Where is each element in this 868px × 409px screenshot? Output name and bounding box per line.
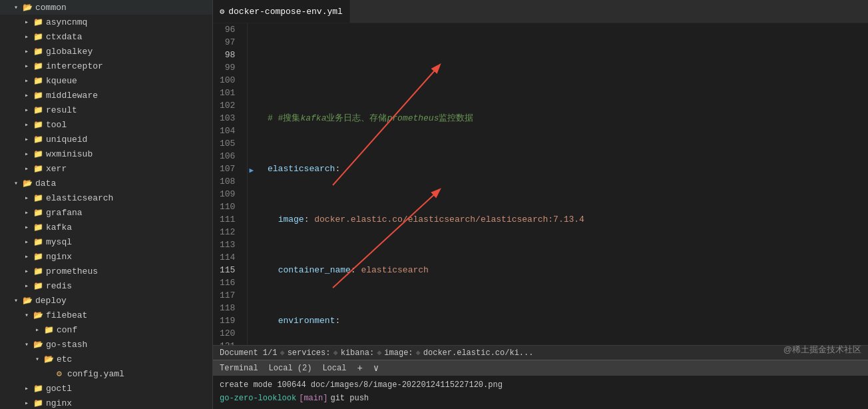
ln-109: 109 bbox=[220, 188, 240, 201]
ln-96: 96 bbox=[220, 23, 240, 36]
chevron-ctxdata bbox=[21, 33, 32, 41]
tab-file-icon: ⚙ bbox=[220, 7, 224, 17]
sidebar-item-asyncnmq[interactable]: asyncnmq bbox=[0, 15, 212, 29]
sidebar-item-label: go-stash bbox=[46, 340, 87, 350]
sidebar-item-label: asyncnmq bbox=[46, 17, 87, 27]
chevron-asyncnmq bbox=[21, 18, 32, 26]
sidebar-item-label: nginx bbox=[46, 252, 72, 262]
tab-docker-compose-env[interactable]: ⚙ docker-compose-env.yml bbox=[213, 0, 350, 23]
sidebar-item-kqueue[interactable]: kqueue bbox=[0, 73, 212, 88]
sidebar-item-deploy[interactable]: deploy bbox=[0, 293, 212, 308]
ln-99: 99 bbox=[220, 61, 240, 74]
ln-113: 113 bbox=[220, 238, 240, 251]
sidebar-item-uniqueid[interactable]: uniqueid bbox=[0, 132, 212, 147]
ln-98: 98 bbox=[220, 49, 240, 61]
terminal-line-2: go-zero-looklook [main] git push bbox=[220, 392, 861, 405]
folder-icon-wxminisub bbox=[32, 149, 44, 159]
code-line-98: ▶ elasticsearch: bbox=[257, 163, 868, 175]
sidebar-item-result[interactable]: result bbox=[0, 103, 212, 117]
sidebar-item-kafka[interactable]: kafka bbox=[0, 220, 212, 234]
sidebar-item-globalkey[interactable]: globalkey bbox=[0, 44, 212, 59]
sidebar: common asyncnmq ctxdata globalkey interc… bbox=[0, 0, 213, 409]
terminal-label: Terminal bbox=[220, 364, 258, 373]
code-line-97: # #搜集kafka业务日志、存储prometheus监控数据 bbox=[257, 112, 868, 125]
terminal-bar: Terminal Local (2) Local + ∨ bbox=[213, 360, 868, 376]
sidebar-item-interceptor[interactable]: interceptor bbox=[0, 59, 212, 73]
sidebar-item-grafana[interactable]: grafana bbox=[0, 205, 212, 220]
sidebar-item-goctl[interactable]: goctl bbox=[0, 381, 212, 396]
sidebar-item-wxminisub[interactable]: wxminisub bbox=[0, 147, 212, 161]
sidebar-item-label: result bbox=[46, 105, 77, 115]
chevron-interceptor bbox=[21, 62, 32, 70]
folder-icon-kqueue bbox=[32, 76, 44, 86]
sidebar-item-filebeat[interactable]: filebeat bbox=[0, 308, 212, 322]
tab-label: docker-compose-env.yml bbox=[228, 7, 343, 17]
chevron-kafka bbox=[21, 223, 32, 231]
ln-116: 116 bbox=[220, 276, 240, 289]
chevron-tool bbox=[21, 121, 32, 129]
chevron-wxminisub bbox=[21, 150, 32, 158]
sidebar-item-go-stash[interactable]: go-stash bbox=[0, 337, 212, 352]
terminal-cmd: git push bbox=[330, 394, 369, 403]
editor-wrapper: ⚙ docker-compose-env.yml 96 97 98 99 100… bbox=[213, 0, 868, 409]
terminal-chevron-button[interactable]: ∨ bbox=[373, 362, 379, 374]
folder-icon-kafka bbox=[32, 222, 44, 232]
chevron-conf bbox=[32, 326, 43, 334]
sidebar-item-label: tool bbox=[46, 120, 67, 130]
sidebar-item-ctxdata[interactable]: ctxdata bbox=[0, 29, 212, 44]
terminal-add-button[interactable]: + bbox=[357, 363, 362, 374]
ln-118: 118 bbox=[220, 302, 240, 314]
sidebar-item-xerr[interactable]: xerr bbox=[0, 161, 212, 176]
sidebar-item-label: prometheus bbox=[46, 266, 98, 276]
chevron-etc bbox=[32, 355, 43, 363]
folder-icon-uniqueid bbox=[32, 135, 44, 145]
sidebar-item-middleware[interactable]: middleware bbox=[0, 88, 212, 103]
chevron-common bbox=[11, 3, 21, 11]
sidebar-item-label: filebeat bbox=[46, 310, 87, 320]
chevron-middleware bbox=[21, 91, 32, 99]
sidebar-item-conf[interactable]: conf bbox=[0, 322, 212, 337]
sidebar-item-common[interactable]: common bbox=[0, 0, 212, 15]
sidebar-item-label: kqueue bbox=[46, 76, 77, 86]
folder-icon-redis bbox=[32, 281, 44, 291]
ln-117: 117 bbox=[220, 289, 240, 302]
sidebar-item-label: etc bbox=[57, 354, 72, 364]
breadcrumb-services: services: bbox=[288, 348, 331, 358]
sidebar-item-mysql[interactable]: mysql bbox=[0, 234, 212, 249]
terminal-local2: Local bbox=[322, 364, 346, 373]
ln-106: 106 bbox=[220, 150, 240, 163]
code-line-101: environment: bbox=[257, 314, 868, 327]
sidebar-item-etc[interactable]: etc bbox=[0, 352, 212, 366]
sidebar-item-data[interactable]: data bbox=[0, 176, 212, 191]
folder-icon-nginx bbox=[32, 252, 44, 262]
folder-icon-prometheus-data bbox=[32, 266, 44, 276]
sidebar-item-redis[interactable]: redis bbox=[0, 278, 212, 293]
sidebar-item-label: redis bbox=[46, 281, 72, 291]
folder-icon-elasticsearch bbox=[32, 193, 44, 203]
folder-icon-conf bbox=[43, 325, 55, 335]
ln-107: 107 bbox=[220, 163, 240, 175]
watermark: @稀土掘金技术社区 bbox=[783, 344, 861, 356]
chevron-redis bbox=[21, 282, 32, 290]
chevron-xerr bbox=[21, 165, 32, 173]
sidebar-item-elasticsearch[interactable]: elasticsearch bbox=[0, 191, 212, 205]
sidebar-item-nginx-deploy[interactable]: nginx bbox=[0, 396, 212, 409]
sidebar-item-nginx[interactable]: nginx bbox=[0, 249, 212, 264]
sidebar-item-config-yaml[interactable]: ⚙ config.yaml bbox=[0, 366, 212, 381]
code-area[interactable]: # #搜集kafka业务日志、存储prometheus监控数据 ▶ elasti… bbox=[248, 23, 868, 345]
sidebar-item-label: goctl bbox=[46, 384, 72, 394]
sidebar-item-label: mysql bbox=[46, 237, 72, 247]
terminal-local1: Local (2) bbox=[269, 364, 312, 373]
sidebar-item-label: uniqueid bbox=[46, 135, 87, 145]
folder-icon-goctl bbox=[32, 384, 44, 394]
sidebar-item-prometheus-data[interactable]: prometheus bbox=[0, 264, 212, 278]
editor-content[interactable]: 96 97 98 99 100 101 102 103 104 105 106 … bbox=[213, 23, 868, 345]
folder-icon-data bbox=[21, 179, 33, 189]
folder-icon-result bbox=[32, 105, 44, 115]
sidebar-item-label: deploy bbox=[35, 296, 67, 306]
folder-icon-filebeat bbox=[32, 310, 44, 320]
chevron-goctl bbox=[21, 384, 32, 392]
sidebar-item-tool[interactable]: tool bbox=[0, 117, 212, 132]
chevron-mysql bbox=[21, 238, 32, 246]
folder-icon-mysql bbox=[32, 237, 44, 247]
